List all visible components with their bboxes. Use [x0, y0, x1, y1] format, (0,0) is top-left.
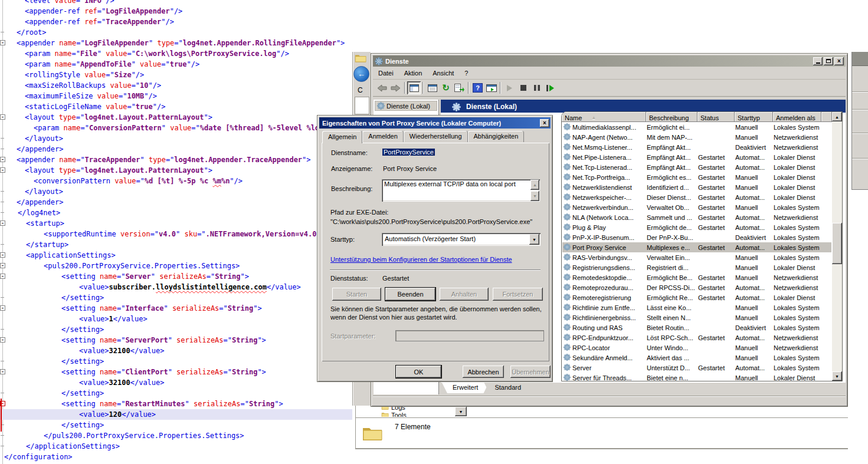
code-line[interactable]: <value>32100</value> [0, 345, 352, 356]
tree-item-dienste-lokal[interactable]: Dienste (Lokal) [375, 101, 437, 111]
code-line[interactable]: -<setting name="Interface" serializeAs="… [0, 303, 352, 314]
xml-code-editor[interactable]: <level value="INFO"/><appender-ref ref="… [0, 0, 354, 464]
service-row[interactable]: Richtlinienergebniss...Stellt einen N...… [562, 312, 831, 323]
code-line[interactable]: </appender> [0, 144, 352, 154]
code-line[interactable]: <maxSizeRollBackups value="10"/> [0, 80, 352, 91]
restart-service-button[interactable] [543, 81, 557, 94]
fold-toggle-icon[interactable]: - [0, 157, 5, 162]
code-line[interactable]: -<appender name="TraceAppender" type="lo… [0, 154, 352, 165]
service-row[interactable]: ServerUnterstützt D...GestartetAutomat..… [562, 363, 831, 373]
service-row[interactable]: Net.Msmq-Listener...Empfängt Akt...Deakt… [562, 142, 831, 152]
dialog-tab-3[interactable]: Wiederherstellung [404, 131, 468, 142]
code-line[interactable]: <appender-ref ref="LogFileAppender"/> [0, 6, 352, 17]
code-line[interactable]: -<appender name="LogFileAppender" type="… [0, 38, 352, 48]
fortsetzen-button[interactable]: Fortsetzen [493, 288, 543, 301]
show-console-tree-button[interactable] [407, 81, 421, 94]
menu-aktion[interactable]: Aktion [399, 68, 428, 78]
code-line[interactable]: </puls200.PortProxyService.Properties.Se… [0, 430, 352, 441]
code-line[interactable]: <value>1</value> [0, 314, 352, 324]
code-line[interactable]: </layout> [0, 133, 352, 144]
dialog-titlebar[interactable]: Eigenschaften von Port Proxy Service (Lo… [319, 117, 551, 129]
service-row[interactable]: NLA (Network Loca...Sammelt und ...Gesta… [562, 212, 831, 222]
abbrechen-button[interactable]: Abbrechen [463, 366, 504, 378]
code-line[interactable]: <value>120</value> [0, 409, 352, 420]
code-line[interactable]: <param name="ConversionPattern" value="%… [0, 123, 352, 133]
service-row[interactable]: Richtlinie zum Entfe...Lässt eine Ko...M… [562, 302, 831, 312]
code-line[interactable]: <supportedRuntime version="v4.0" sku=".N… [0, 229, 352, 239]
service-row[interactable]: Sekundäre Anmeld...Aktiviert das ...Manu… [562, 353, 831, 363]
scroll-up-button[interactable]: ▲ [832, 112, 842, 121]
code-line[interactable]: </root> [0, 27, 352, 38]
fold-toggle-icon[interactable]: - [0, 221, 5, 226]
ok-button[interactable]: OK [396, 366, 441, 378]
scroll-down-icon[interactable]: ▼ [530, 191, 539, 201]
service-row[interactable]: Netzwerkverbindun...Verwaltet Ob...Gesta… [562, 202, 831, 212]
services-titlebar[interactable]: Dienste × [373, 55, 846, 67]
code-line[interactable]: -<setting name="RestartMinutes" serializ… [0, 399, 352, 409]
service-row[interactable]: Routing und RASBietet Routin...Deaktivie… [562, 323, 831, 333]
code-line[interactable]: </setting> [0, 356, 352, 367]
forward-button[interactable] [389, 81, 402, 94]
dialog-tab-4[interactable]: Abhängigkeiten [468, 131, 525, 142]
scroll-up-icon[interactable]: ▲ [530, 180, 539, 190]
column-header-name[interactable]: Name▲ [562, 112, 646, 122]
code-line[interactable]: -<setting name="ClientPort" serializeAs=… [0, 367, 352, 377]
menu-hilfe[interactable]: ? [459, 68, 473, 78]
fold-toggle-icon[interactable]: - [0, 252, 5, 258]
service-row[interactable]: Net.Tcp-Portfreiga...Ermöglicht es...Ges… [562, 172, 831, 182]
pause-service-button[interactable] [530, 81, 543, 94]
dienstname-value[interactable]: PortProxyService [382, 149, 435, 156]
code-line[interactable]: -<layout type="log4net.Layout.PatternLay… [0, 165, 352, 176]
code-line[interactable]: -<layout type="log4net.Layout.PatternLay… [0, 112, 352, 123]
dialog-tab-1[interactable]: Allgemein [322, 131, 362, 143]
fold-toggle-icon[interactable]: - [0, 274, 5, 279]
tab-standard[interactable]: Standard [484, 383, 532, 393]
service-row[interactable]: RAS-Verbindungsv...Verwaltet Ein...Manue… [562, 252, 831, 262]
service-row[interactable]: Port Proxy ServiceMultiplexes e...Gestar… [562, 242, 831, 252]
dropdown-button[interactable]: ▼ [455, 407, 467, 416]
service-row[interactable]: Registrierungsdiens...Registriert di...M… [562, 262, 831, 272]
code-line[interactable]: -<setting name="ServerPort" serializeAs=… [0, 335, 352, 345]
tab-erweitert[interactable]: Erweitert [442, 383, 489, 393]
column-header-status[interactable]: Status [697, 112, 735, 122]
code-line[interactable]: </appender> [0, 197, 352, 208]
code-line[interactable]: </setting> [0, 420, 352, 430]
fold-toggle-icon[interactable]: - [0, 337, 5, 343]
folder-tree-item[interactable]: Tools [381, 412, 407, 417]
anhalten-button[interactable]: Anhalten [440, 288, 489, 301]
code-line[interactable]: <param name="AppendToFile" value="true"/… [0, 59, 352, 70]
fold-toggle-icon[interactable]: - [0, 263, 5, 268]
minimize-button[interactable] [813, 57, 823, 65]
menu-datei[interactable]: Datei [373, 68, 399, 78]
service-row[interactable]: Netzwerkspeicher-...Dieser Dienst...Gest… [562, 192, 831, 202]
service-row[interactable]: RPC-Endpunktzuor...Löst RPC-Sch...Gestar… [562, 333, 831, 343]
refresh-button[interactable]: ↻ [439, 81, 453, 94]
code-line[interactable]: </log4net> [0, 208, 352, 218]
code-line[interactable]: <value>subscriber.lloydslistintelligence… [0, 282, 352, 292]
column-header-anmelden[interactable]: Anmelden als [773, 112, 821, 122]
code-line[interactable]: <conversionPattern value="%d [%t] %-5p %… [0, 176, 352, 186]
start-service-button[interactable] [503, 81, 516, 94]
beschreibung-field[interactable]: Multiplexes external TCP/IP data on loca… [382, 179, 540, 202]
scroll-down-button[interactable]: ▼ [832, 371, 842, 381]
starten-button[interactable]: Starten [332, 288, 381, 301]
service-row[interactable]: RemoteregistrierungErmöglicht Re...Gesta… [562, 292, 831, 302]
service-row[interactable]: Remotedesktopdie...Ermöglicht Be...Gesta… [562, 272, 831, 282]
uebernehmen-button[interactable]: Übernehmen [510, 366, 551, 378]
properties-button[interactable] [425, 81, 439, 94]
service-row[interactable]: Plug & PlayErmöglicht de...GestartetAuto… [562, 222, 831, 232]
code-line[interactable]: </setting> [0, 292, 352, 303]
export-list-button[interactable] [453, 81, 466, 94]
chevron-down-icon[interactable]: ▼ [529, 234, 539, 245]
code-line[interactable]: </startup> [0, 239, 352, 250]
code-line[interactable]: </applicationSettings> [0, 441, 352, 452]
column-header-beschreibung[interactable]: Beschreibung [646, 112, 697, 122]
stop-service-button[interactable] [516, 81, 530, 94]
startoptionen-link[interactable]: Unterstützung beim Konfigurieren der Sta… [330, 256, 512, 263]
maximize-button[interactable] [824, 57, 833, 65]
service-row[interactable]: PnP-X-IP-Busenum...Der PnP-X-Bu...Deakti… [562, 232, 831, 242]
service-row[interactable]: NetzwerklistendienstIdentifiziert d...Ge… [562, 182, 831, 192]
close-icon[interactable]: × [540, 119, 549, 127]
code-line[interactable]: <rollingStyle value="Size"/> [0, 70, 352, 80]
code-line[interactable]: -<puls200.PortProxyService.Properties.Se… [0, 261, 352, 271]
